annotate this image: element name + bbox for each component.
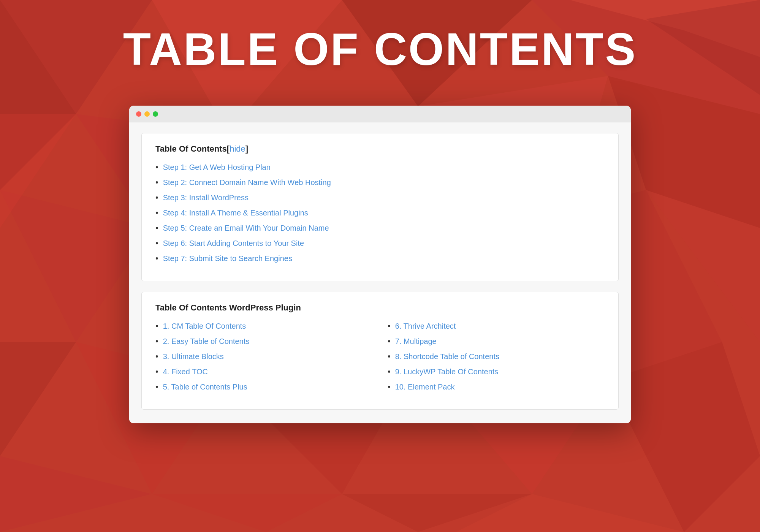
list-item: Step 7: Submit Site to Search Engines [155,253,605,263]
list-item: Step 3: Install WordPress [155,193,605,203]
list-item: 3. Ultimate Blocks [155,352,372,361]
toc-plugin-link[interactable]: 9. LuckyWP Table Of Contents [395,367,499,376]
toc-two-col: 1. CM Table Of Contents2. Easy Table of … [155,321,605,397]
toc-plugin-link[interactable]: 5. Table of Contents Plus [163,383,247,391]
list-item: Step 4: Install A Theme & Essential Plug… [155,208,605,218]
toc-box-1: Table Of Contents[hide] Step 1: Get A We… [141,133,619,281]
toc-plugin-link[interactable]: 3. Ultimate Blocks [163,352,224,361]
toc-plugin-link[interactable]: 6. Thrive Architect [395,322,456,331]
page-wrapper: TABLE OF CONTENTS Table Of Contents[hide… [0,0,760,532]
toc-plugin-link[interactable]: 1. CM Table Of Contents [163,322,246,331]
list-item: Step 5: Create an Email With Your Domain… [155,223,605,233]
browser-bar [129,106,631,122]
toc-link[interactable]: Step 5: Create an Email With Your Domain… [163,224,329,233]
list-item: Step 2: Connect Domain Name With Web Hos… [155,177,605,187]
list-item: 10. Element Pack [388,382,605,392]
toc-box-1-title: Table Of Contents[hide] [155,144,605,154]
toc-col-2: 6. Thrive Architect7. Multipage8. Shortc… [388,321,605,397]
list-item: 8. Shortcode Table of Contents [388,352,605,361]
toc-link[interactable]: Step 6: Start Adding Contents to Your Si… [163,239,304,248]
list-item: 5. Table of Contents Plus [155,382,372,392]
toc-box-2: Table Of Contents WordPress Plugin 1. CM… [141,292,619,410]
browser-content: Table Of Contents[hide] Step 1: Get A We… [129,122,631,423]
toc-plugin-link[interactable]: 7. Multipage [395,337,437,346]
list-item: 4. Fixed TOC [155,367,372,377]
browser-window: Table Of Contents[hide] Step 1: Get A We… [129,106,631,423]
list-item: Step 1: Get A Web Hosting Plan [155,162,605,172]
toc-col-1: 1. CM Table Of Contents2. Easy Table of … [155,321,372,397]
toc-bracket-close: ] [245,144,248,154]
list-item: Step 6: Start Adding Contents to Your Si… [155,238,605,248]
browser-dot-red[interactable] [136,111,141,117]
toc-link[interactable]: Step 1: Get A Web Hosting Plan [163,163,271,172]
toc-link[interactable]: Step 2: Connect Domain Name With Web Hos… [163,178,331,187]
toc-plugin-link[interactable]: 8. Shortcode Table of Contents [395,352,499,361]
list-item: 1. CM Table Of Contents [155,321,372,331]
list-item: 2. Easy Table of Contents [155,336,372,346]
toc-list-1: Step 1: Get A Web Hosting PlanStep 2: Co… [155,162,605,263]
toc-title-plain: Table Of Contents [155,144,227,154]
toc-plugin-link[interactable]: 4. Fixed TOC [163,367,208,376]
toc-link[interactable]: Step 7: Submit Site to Search Engines [163,254,292,263]
toc-link[interactable]: Step 3: Install WordPress [163,193,249,202]
toc-link[interactable]: Step 4: Install A Theme & Essential Plug… [163,209,308,217]
list-item: 6. Thrive Architect [388,321,605,331]
list-item: 7. Multipage [388,336,605,346]
list-item: 9. LuckyWP Table Of Contents [388,367,605,377]
toc-box-2-title: Table Of Contents WordPress Plugin [155,303,605,313]
toc-hide-link[interactable]: hide [230,144,245,154]
browser-dot-green[interactable] [153,111,158,117]
toc-plugin-link[interactable]: 10. Element Pack [395,383,455,391]
page-title: TABLE OF CONTENTS [123,23,637,75]
toc-plugin-link[interactable]: 2. Easy Table of Contents [163,337,250,346]
browser-dot-yellow[interactable] [144,111,150,117]
